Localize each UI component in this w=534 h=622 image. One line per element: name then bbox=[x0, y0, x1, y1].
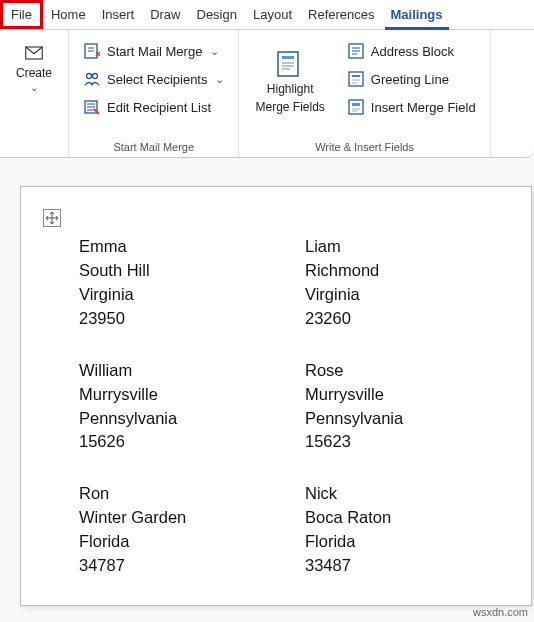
label-name: William bbox=[79, 359, 305, 383]
label-block: Ron Winter Garden Florida 34787 bbox=[79, 482, 305, 578]
chevron-down-icon: ⌄ bbox=[210, 45, 219, 58]
tab-home[interactable]: Home bbox=[43, 0, 94, 29]
address-block-button[interactable]: Address Block bbox=[341, 40, 482, 62]
highlight-label-bottom: Merge Fields bbox=[255, 100, 324, 114]
label-zip: 15623 bbox=[305, 430, 531, 454]
chevron-down-icon: ⌄ bbox=[30, 82, 38, 94]
tab-file[interactable]: File bbox=[0, 0, 43, 29]
label-block: Liam Richmond Virginia 23260 bbox=[305, 235, 531, 331]
label-state: Pennsylvania bbox=[79, 407, 305, 431]
mail-merge-icon bbox=[83, 42, 101, 60]
insert-merge-field-label: Insert Merge Field bbox=[371, 100, 476, 115]
svg-rect-10 bbox=[278, 52, 298, 76]
label-name: Rose bbox=[305, 359, 531, 383]
select-recipients-button[interactable]: Select Recipients ⌄ bbox=[77, 68, 230, 90]
label-name: Emma bbox=[79, 235, 305, 259]
insert-merge-field-icon bbox=[347, 98, 365, 116]
svg-rect-24 bbox=[352, 103, 360, 106]
label-state: Florida bbox=[305, 530, 531, 554]
highlight-label-top: Highlight bbox=[267, 82, 314, 96]
greeting-line-label: Greeting Line bbox=[371, 72, 449, 87]
label-city: South Hill bbox=[79, 259, 305, 283]
label-state: Florida bbox=[79, 530, 305, 554]
label-state: Pennsylvania bbox=[305, 407, 531, 431]
label-city: Murrysville bbox=[79, 383, 305, 407]
edit-recipient-list-button[interactable]: Edit Recipient List bbox=[77, 96, 230, 118]
tab-bar: File Home Insert Draw Design Layout Refe… bbox=[0, 0, 534, 30]
chevron-down-icon: ⌄ bbox=[215, 73, 224, 86]
label-name: Ron bbox=[79, 482, 305, 506]
document-area: Emma South Hill Virginia 23950 Liam Rich… bbox=[0, 158, 534, 622]
labels-grid: Emma South Hill Virginia 23950 Liam Rich… bbox=[49, 215, 531, 578]
edit-recipient-list-label: Edit Recipient List bbox=[107, 100, 211, 115]
start-mail-merge-label: Start Mail Merge bbox=[107, 44, 202, 59]
label-block: Emma South Hill Virginia 23950 bbox=[79, 235, 305, 331]
create-label: Create bbox=[16, 66, 52, 80]
table-move-handle[interactable] bbox=[43, 209, 61, 227]
greeting-line-icon bbox=[347, 70, 365, 88]
label-block: Rose Murrysville Pennsylvania 15623 bbox=[305, 359, 531, 455]
create-button[interactable]: Create ⌄ bbox=[6, 36, 62, 96]
start-mail-merge-button[interactable]: Start Mail Merge ⌄ bbox=[77, 40, 230, 62]
svg-point-5 bbox=[93, 74, 98, 79]
svg-point-4 bbox=[87, 74, 92, 79]
tab-references[interactable]: References bbox=[300, 0, 382, 29]
address-block-label: Address Block bbox=[371, 44, 454, 59]
tab-draw[interactable]: Draw bbox=[142, 0, 188, 29]
svg-rect-19 bbox=[349, 72, 363, 86]
ribbon: Create ⌄ Start Mail Merge ⌄ Select Recip… bbox=[0, 30, 534, 158]
group-label-mailmerge: Start Mail Merge bbox=[75, 139, 232, 157]
label-city: Boca Raton bbox=[305, 506, 531, 530]
envelope-icon bbox=[25, 44, 43, 62]
tab-design[interactable]: Design bbox=[189, 0, 245, 29]
select-recipients-label: Select Recipients bbox=[107, 72, 207, 87]
svg-rect-23 bbox=[349, 100, 363, 114]
highlight-fields-icon bbox=[274, 50, 306, 78]
label-zip: 23260 bbox=[305, 307, 531, 331]
label-city: Murrysville bbox=[305, 383, 531, 407]
greeting-line-button[interactable]: Greeting Line bbox=[341, 68, 482, 90]
tab-insert[interactable]: Insert bbox=[94, 0, 143, 29]
label-state: Virginia bbox=[305, 283, 531, 307]
label-block: Nick Boca Raton Florida 33487 bbox=[305, 482, 531, 578]
document-page[interactable]: Emma South Hill Virginia 23950 Liam Rich… bbox=[20, 186, 532, 606]
label-block: William Murrysville Pennsylvania 15626 bbox=[79, 359, 305, 455]
highlight-merge-fields-button[interactable]: Highlight Merge Fields bbox=[245, 36, 334, 122]
label-zip: 33487 bbox=[305, 554, 531, 578]
tab-layout[interactable]: Layout bbox=[245, 0, 300, 29]
label-zip: 23950 bbox=[79, 307, 305, 331]
label-city: Richmond bbox=[305, 259, 531, 283]
label-state: Virginia bbox=[79, 283, 305, 307]
label-name: Nick bbox=[305, 482, 531, 506]
svg-rect-11 bbox=[282, 56, 294, 59]
label-zip: 15626 bbox=[79, 430, 305, 454]
tab-mailings[interactable]: Mailings bbox=[383, 0, 451, 29]
label-zip: 34787 bbox=[79, 554, 305, 578]
label-city: Winter Garden bbox=[79, 506, 305, 530]
group-label-write: Write & Insert Fields bbox=[245, 139, 483, 157]
address-block-icon bbox=[347, 42, 365, 60]
watermark: wsxdn.com bbox=[473, 606, 528, 618]
insert-merge-field-button[interactable]: Insert Merge Field bbox=[341, 96, 482, 118]
label-name: Liam bbox=[305, 235, 531, 259]
edit-list-icon bbox=[83, 98, 101, 116]
recipients-icon bbox=[83, 70, 101, 88]
